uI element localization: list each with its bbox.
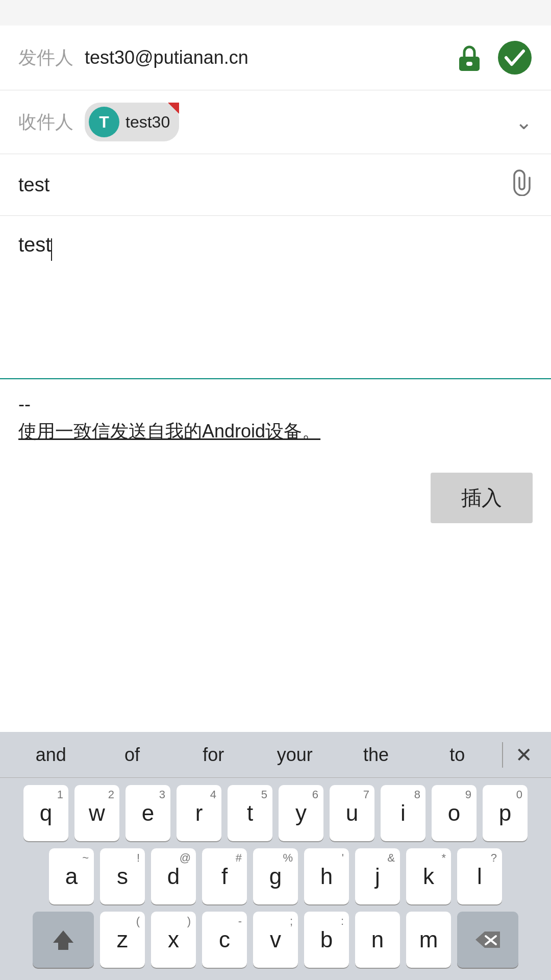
key-a-sub: ~ bbox=[82, 852, 89, 864]
recipient-avatar: T bbox=[89, 107, 119, 137]
key-r[interactable]: 4 r bbox=[177, 785, 221, 841]
from-label: 发件人 bbox=[18, 45, 74, 70]
key-t-sub: 5 bbox=[261, 789, 267, 800]
insert-button[interactable]: 插入 bbox=[431, 473, 533, 523]
key-i-main: i bbox=[400, 802, 406, 824]
text-cursor bbox=[51, 238, 52, 261]
body-text[interactable]: test bbox=[18, 233, 51, 256]
key-e-main: e bbox=[142, 802, 154, 824]
from-row: 发件人 test30@putianan.cn bbox=[0, 26, 551, 90]
key-v-main: v bbox=[270, 928, 281, 951]
key-u-main: u bbox=[346, 802, 358, 824]
key-b-sub: : bbox=[341, 916, 344, 927]
status-bar bbox=[0, 0, 551, 26]
key-t[interactable]: 5 t bbox=[228, 785, 272, 841]
key-p-main: p bbox=[499, 802, 511, 824]
key-s-sub: ! bbox=[137, 852, 140, 864]
key-l-main: l bbox=[477, 865, 482, 888]
key-y[interactable]: 6 y bbox=[279, 785, 323, 841]
key-y-main: y bbox=[295, 802, 307, 824]
key-m[interactable]: m bbox=[406, 912, 451, 968]
key-j[interactable]: & j bbox=[355, 848, 400, 904]
key-f-main: f bbox=[221, 865, 228, 888]
suggestion-of[interactable]: of bbox=[91, 739, 172, 771]
key-y-sub: 6 bbox=[312, 789, 318, 800]
key-b-main: b bbox=[320, 928, 333, 951]
key-o[interactable]: 9 o bbox=[432, 785, 477, 841]
close-suggestions-icon[interactable]: ✕ bbox=[507, 738, 541, 772]
checkmark-icon bbox=[497, 40, 533, 76]
key-l-sub: ? bbox=[491, 852, 497, 864]
key-i[interactable]: 8 i bbox=[381, 785, 425, 841]
key-h-main: h bbox=[320, 865, 333, 888]
key-row-3: ( z ) x - c ; v : b n m bbox=[5, 912, 546, 968]
key-w[interactable]: 2 w bbox=[74, 785, 119, 841]
key-z-main: z bbox=[117, 928, 128, 951]
key-f-sub: # bbox=[236, 852, 242, 864]
key-a[interactable]: ~ a bbox=[49, 848, 94, 904]
insert-row: 插入 bbox=[0, 462, 551, 533]
signature-text: 使用一致信发送自我的Android设备。 bbox=[18, 419, 533, 444]
key-d-sub: @ bbox=[180, 852, 191, 864]
key-p[interactable]: 0 p bbox=[483, 785, 528, 841]
key-k-main: k bbox=[423, 865, 434, 888]
key-x-main: x bbox=[168, 928, 179, 951]
suggestion-your[interactable]: your bbox=[254, 739, 335, 771]
key-g[interactable]: % g bbox=[253, 848, 298, 904]
key-z-sub: ( bbox=[136, 916, 140, 927]
suggestion-to[interactable]: to bbox=[417, 739, 498, 771]
key-o-main: o bbox=[448, 802, 460, 824]
key-s[interactable]: ! s bbox=[100, 848, 145, 904]
from-icons bbox=[454, 40, 533, 76]
attach-icon[interactable] bbox=[510, 168, 533, 201]
key-x-sub: ) bbox=[187, 916, 191, 927]
key-i-sub: 8 bbox=[414, 789, 420, 800]
key-e-sub: 3 bbox=[159, 789, 165, 800]
key-k[interactable]: * k bbox=[406, 848, 451, 904]
suggestion-and[interactable]: and bbox=[10, 739, 91, 771]
backspace-key[interactable] bbox=[457, 912, 518, 968]
shift-key[interactable] bbox=[33, 912, 94, 968]
key-q[interactable]: 1 q bbox=[23, 785, 68, 841]
svg-rect-1 bbox=[466, 62, 472, 66]
key-z[interactable]: ( z bbox=[100, 912, 145, 968]
key-u[interactable]: 7 u bbox=[330, 785, 374, 841]
key-j-main: j bbox=[375, 865, 380, 888]
key-c-sub: - bbox=[238, 916, 242, 927]
to-row[interactable]: 收件人 T test30 ⌄ bbox=[0, 90, 551, 154]
key-row-1: 1 q 2 w 3 e 4 r 5 t 6 y 7 u 8 i bbox=[5, 785, 546, 841]
subject-value[interactable]: test bbox=[18, 174, 510, 196]
signature-area: -- 使用一致信发送自我的Android设备。 bbox=[0, 379, 551, 462]
key-l[interactable]: ? l bbox=[457, 848, 502, 904]
key-k-sub: * bbox=[441, 852, 446, 864]
from-address: test30@putianan.cn bbox=[85, 47, 454, 68]
key-a-main: a bbox=[65, 865, 78, 888]
key-n-main: n bbox=[371, 928, 384, 951]
key-x[interactable]: ) x bbox=[151, 912, 196, 968]
key-d[interactable]: @ d bbox=[151, 848, 196, 904]
key-c[interactable]: - c bbox=[202, 912, 247, 968]
key-e[interactable]: 3 e bbox=[126, 785, 170, 841]
body-area[interactable]: test bbox=[0, 216, 551, 379]
suggestion-for[interactable]: for bbox=[173, 739, 254, 771]
recipient-name: test30 bbox=[126, 113, 170, 132]
recipient-chip[interactable]: T test30 bbox=[85, 103, 179, 141]
key-g-sub: % bbox=[283, 852, 293, 864]
key-n[interactable]: n bbox=[355, 912, 400, 968]
expand-icon[interactable]: ⌄ bbox=[515, 110, 533, 134]
key-row-2: ~ a ! s @ d # f % g ' h & j * k bbox=[5, 848, 546, 904]
subject-row[interactable]: test bbox=[0, 154, 551, 216]
key-b[interactable]: : b bbox=[304, 912, 349, 968]
suggestion-the[interactable]: the bbox=[335, 739, 416, 771]
suggestion-divider bbox=[502, 742, 503, 768]
key-f[interactable]: # f bbox=[202, 848, 247, 904]
key-h[interactable]: ' h bbox=[304, 848, 349, 904]
key-v[interactable]: ; v bbox=[253, 912, 298, 968]
key-h-sub: ' bbox=[342, 852, 344, 864]
compose-area: 发件人 test30@putianan.cn 收件人 T test30 bbox=[0, 26, 551, 732]
key-t-main: t bbox=[247, 802, 253, 824]
keyboard: 1 q 2 w 3 e 4 r 5 t 6 y 7 u 8 i bbox=[0, 778, 551, 980]
key-j-sub: & bbox=[387, 852, 395, 864]
chip-corner-decoration bbox=[168, 103, 179, 114]
svg-marker-3 bbox=[53, 930, 73, 950]
